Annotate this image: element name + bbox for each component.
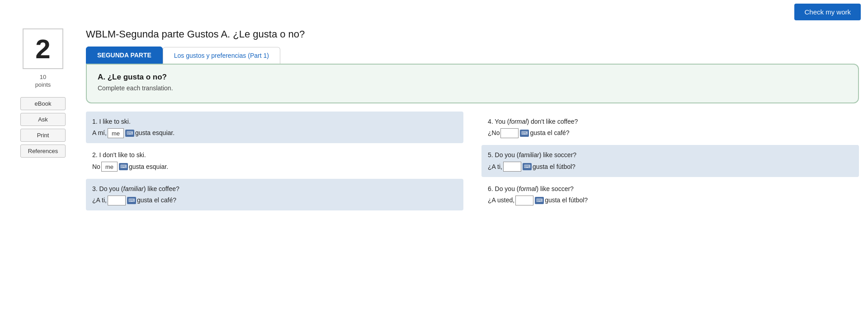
q6-spanish-prefix: ¿A usted, bbox=[488, 195, 514, 206]
exercise-title: A. ¿Le gusta o no? bbox=[98, 73, 847, 82]
q5-english-pre: Do you ( bbox=[495, 151, 519, 159]
q1-english-text: I like to ski. bbox=[99, 118, 131, 125]
q1-answer-box[interactable]: me bbox=[108, 128, 124, 138]
q5-english-post: ) like soccer? bbox=[539, 151, 576, 159]
q1-spanish: A mí, me ⌨ gusta esquiar. bbox=[92, 127, 457, 139]
print-button[interactable]: Print bbox=[20, 129, 66, 142]
q2-english-text: I don't like to ski. bbox=[99, 151, 146, 159]
q3-english-post: ) like coffee? bbox=[144, 185, 179, 192]
references-button[interactable]: References bbox=[20, 145, 66, 158]
q4-answer-box[interactable] bbox=[500, 128, 519, 138]
q2-spanish-suffix: gusta esquiar. bbox=[129, 161, 168, 172]
q2-english: 2. I don't like to ski. bbox=[92, 149, 457, 161]
tab-los-gustos-label: Los gustos y preferencias (Part 1) bbox=[174, 52, 269, 59]
q5-spanish-suffix: gusta el fútbol? bbox=[533, 161, 576, 172]
q3-answer-box[interactable] bbox=[108, 196, 126, 205]
tab-los-gustos[interactable]: Los gustos y preferencias (Part 1) bbox=[163, 47, 280, 64]
content-area: WBLM-Segunda parte Gustos A. ¿Le gusta o… bbox=[86, 24, 868, 331]
points-value: 10 bbox=[40, 74, 46, 80]
q1-spanish-prefix: A mí, bbox=[92, 127, 107, 139]
main-layout: 2 10 points eBook Ask Print References W… bbox=[0, 24, 868, 331]
q2-spanish: No me ⌨ gusta esquiar. bbox=[92, 161, 457, 172]
question-1: 1. I like to ski. A mí, me ⌨ gusta esqui… bbox=[86, 112, 463, 143]
q6-english-italic: formal bbox=[519, 185, 537, 192]
q1-keyboard-icon[interactable]: ⌨ bbox=[125, 130, 134, 137]
q5-spanish: ¿A ti, ⌨ gusta el fútbol? bbox=[488, 161, 853, 172]
tab-segunda-parte-label: SEGUNDA PARTE bbox=[97, 51, 151, 59]
q1-spanish-suffix: gusta esquiar. bbox=[135, 127, 175, 139]
q5-answer-box[interactable] bbox=[503, 162, 521, 172]
q3-spanish-suffix: gusta el café? bbox=[137, 195, 176, 206]
col-2: 4. You (formal) don't like coffee? ¿No ⌨… bbox=[481, 112, 859, 212]
question-number: 2 bbox=[35, 33, 50, 65]
q5-keyboard-icon[interactable]: ⌨ bbox=[523, 163, 532, 170]
q6-english-post: ) like soccer? bbox=[536, 185, 573, 192]
q4-english: 4. You (formal) don't like coffee? bbox=[488, 116, 853, 127]
tabs: SEGUNDA PARTE Los gustos y preferencias … bbox=[86, 47, 859, 64]
q3-spanish: ¿A ti, ⌨ gusta el café? bbox=[92, 195, 457, 206]
q5-spanish-prefix: ¿A ti, bbox=[488, 161, 502, 172]
points-label: 10 points bbox=[35, 74, 51, 89]
question-5: 5. Do you (familiar) like soccer? ¿A ti,… bbox=[481, 145, 859, 177]
exercise-instruction: Complete each translation. bbox=[98, 84, 847, 92]
questions-grid: 1. I like to ski. A mí, me ⌨ gusta esqui… bbox=[86, 112, 859, 212]
q5-number: 5. bbox=[488, 151, 493, 159]
q4-english-italic: formal bbox=[509, 118, 527, 125]
q6-english: 6. Do you (formal) like soccer? bbox=[488, 183, 853, 195]
q6-keyboard-icon[interactable]: ⌨ bbox=[535, 197, 544, 204]
top-bar: Check my work bbox=[0, 0, 868, 24]
q3-keyboard-icon[interactable]: ⌨ bbox=[127, 197, 136, 204]
ebook-button[interactable]: eBook bbox=[20, 97, 66, 110]
q2-answer-box[interactable]: me bbox=[101, 162, 118, 172]
q2-spanish-prefix: No bbox=[92, 161, 100, 172]
q3-spanish-prefix: ¿A ti, bbox=[92, 195, 107, 206]
q1-number: 1. bbox=[92, 118, 98, 125]
q3-english-italic: familiar bbox=[123, 185, 144, 192]
q6-spanish: ¿A usted, ⌨ gusta el fútbol? bbox=[488, 195, 853, 206]
q2-number: 2. bbox=[92, 151, 98, 159]
q4-english-pre: You ( bbox=[495, 118, 509, 125]
check-my-work-button[interactable]: Check my work bbox=[794, 4, 861, 20]
q3-english: 3. Do you (familiar) like coffee? bbox=[92, 183, 457, 195]
q6-answer-box[interactable] bbox=[515, 196, 533, 205]
q4-english-post: ) don't like coffee? bbox=[527, 118, 578, 125]
q5-english: 5. Do you (familiar) like soccer? bbox=[488, 149, 853, 161]
question-2: 2. I don't like to ski. No me ⌨ gusta es… bbox=[86, 145, 463, 177]
tab-segunda-parte[interactable]: SEGUNDA PARTE bbox=[86, 47, 163, 64]
q3-number: 3. bbox=[92, 185, 98, 192]
sidebar: 2 10 points eBook Ask Print References bbox=[0, 24, 86, 331]
q4-spanish: ¿No ⌨ gusta el café? bbox=[488, 127, 853, 139]
q6-english-pre: Do you ( bbox=[495, 185, 519, 192]
question-6: 6. Do you (formal) like soccer? ¿A usted… bbox=[481, 179, 859, 210]
points-text: points bbox=[35, 81, 51, 88]
q4-number: 4. bbox=[488, 118, 493, 125]
q1-english: 1. I like to ski. bbox=[92, 116, 457, 127]
question-4: 4. You (formal) don't like coffee? ¿No ⌨… bbox=[481, 112, 859, 143]
question-3: 3. Do you (familiar) like coffee? ¿A ti,… bbox=[86, 179, 463, 210]
q4-spanish-suffix: gusta el café? bbox=[530, 127, 569, 139]
q5-english-italic: familiar bbox=[519, 151, 539, 159]
q3-english-pre: Do you ( bbox=[99, 185, 123, 192]
page-title: WBLM-Segunda parte Gustos A. ¿Le gusta o… bbox=[86, 28, 859, 40]
question-number-box: 2 bbox=[23, 28, 63, 69]
q6-number: 6. bbox=[488, 185, 493, 192]
col-1: 1. I like to ski. A mí, me ⌨ gusta esqui… bbox=[86, 112, 463, 212]
q4-spanish-prefix: ¿No bbox=[488, 127, 500, 139]
exercise-box: A. ¿Le gusta o no? Complete each transla… bbox=[86, 64, 859, 103]
q6-spanish-suffix: gusta el fútbol? bbox=[545, 195, 588, 206]
ask-button[interactable]: Ask bbox=[20, 113, 66, 126]
q2-keyboard-icon[interactable]: ⌨ bbox=[119, 163, 128, 170]
q4-keyboard-icon[interactable]: ⌨ bbox=[520, 130, 529, 137]
